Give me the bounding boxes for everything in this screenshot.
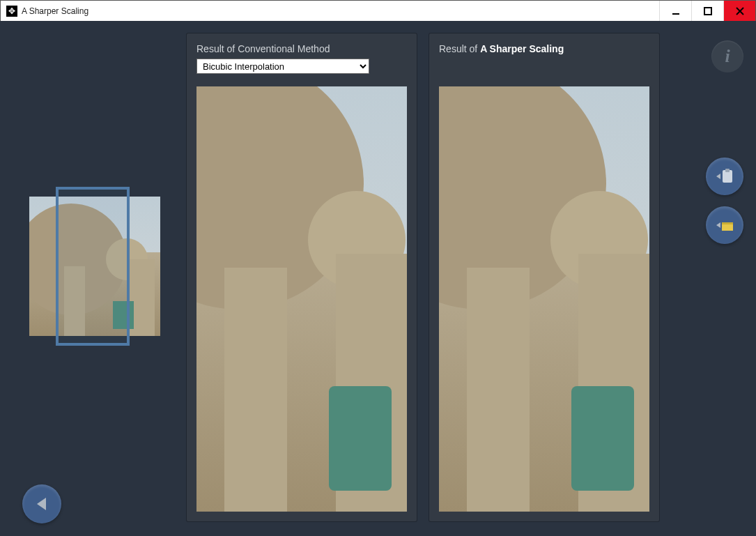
conventional-result-panel: Result of Conventional Method Bicubic In… — [187, 33, 417, 521]
client-area: Result of Conventional Method Bicubic In… — [0, 21, 756, 536]
interpolation-method-select[interactable]: Bicubic Interpolation — [196, 59, 369, 74]
right-column: i — [672, 33, 743, 523]
maximize-icon — [704, 7, 712, 15]
close-button[interactable] — [723, 1, 755, 22]
save-to-file-button[interactable] — [706, 206, 743, 244]
conventional-preview[interactable] — [196, 86, 407, 512]
back-button[interactable] — [22, 484, 61, 523]
conventional-panel-title: Result of Conventional Method — [196, 43, 407, 54]
info-icon: i — [725, 46, 730, 67]
minimize-button[interactable] — [659, 1, 691, 22]
svg-rect-7 — [725, 169, 730, 172]
maximize-button[interactable] — [691, 1, 723, 22]
sharper-result-panel: Result of A Sharper Scaling — [429, 33, 659, 521]
clipboard-icon — [715, 167, 734, 186]
svg-rect-9 — [722, 222, 733, 224]
app-icon — [6, 6, 17, 17]
minimize-icon — [672, 7, 680, 15]
title-bar: A Sharper Scaling — [1, 1, 755, 22]
sharper-title-prefix: Result of — [439, 43, 480, 54]
crop-selection-box[interactable] — [56, 187, 130, 346]
source-thumbnail[interactable] — [29, 197, 160, 336]
info-button[interactable]: i — [711, 40, 743, 72]
copy-to-clipboard-button[interactable] — [706, 158, 743, 195]
sharper-title-brand: A Sharper Scaling — [480, 43, 564, 54]
svg-rect-1 — [704, 8, 711, 15]
folder-icon — [715, 215, 734, 235]
svg-marker-8 — [716, 222, 720, 228]
window-title: A Sharper Scaling — [22, 6, 88, 16]
svg-rect-0 — [672, 13, 679, 15]
svg-marker-4 — [37, 498, 46, 510]
left-column — [13, 33, 187, 523]
svg-marker-5 — [716, 174, 720, 179]
close-icon — [736, 7, 744, 15]
sharper-preview[interactable] — [439, 86, 649, 512]
triangle-left-icon — [34, 496, 49, 512]
sharper-panel-title: Result of A Sharper Scaling — [439, 43, 649, 54]
